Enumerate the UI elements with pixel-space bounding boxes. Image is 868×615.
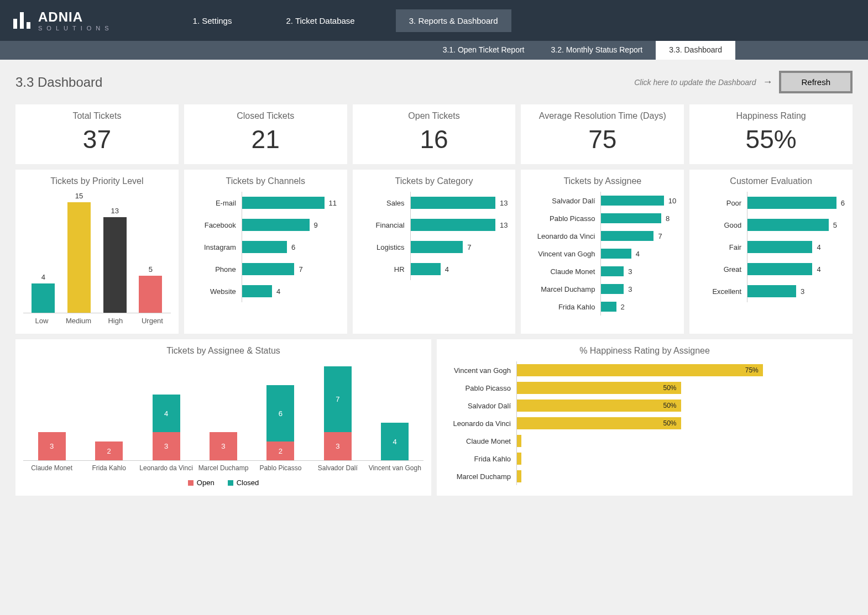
bar-row: Logistics 7 xyxy=(360,236,508,258)
bar-value: 10 xyxy=(668,197,676,205)
bar-row: Frida Kahlo 2 xyxy=(529,298,676,316)
bar-value: 4 xyxy=(817,243,820,251)
bar-label: Poor xyxy=(697,199,747,207)
subnav-monthly-report[interactable]: 3.2. Monthly Status Report xyxy=(538,41,656,60)
chart-title: Tickets by Category xyxy=(360,176,508,186)
bar-value: 4 xyxy=(817,265,820,274)
refresh-hint: Click here to update the Dashboard xyxy=(634,78,756,87)
bar-segment: 3 xyxy=(38,432,66,460)
bar-value: 7 xyxy=(658,232,662,240)
bar-row: Vincent van Gogh 75% xyxy=(445,361,845,379)
card-label: Total Tickets xyxy=(15,111,179,121)
bar-row: Sales 13 xyxy=(360,192,508,214)
nav-tab-settings[interactable]: 1. Settings xyxy=(180,9,245,32)
bar-value: 4 xyxy=(276,287,280,296)
bar-label: Website xyxy=(192,287,242,296)
subnav: 3.1. Open Ticket Report 3.2. Monthly Sta… xyxy=(0,41,868,60)
bar-value: 4 xyxy=(636,250,640,258)
card-value: 55% xyxy=(689,124,853,154)
bar-row: Pablo Picasso 50% xyxy=(445,379,845,397)
chart-channels: Tickets by Channels E-mail 11Facebook 9I… xyxy=(184,170,347,334)
category-label: Pablo Picasso xyxy=(252,464,309,472)
category-label: Leonardo da Vinci xyxy=(138,464,195,472)
bar-label: Salvador Dalí xyxy=(445,402,516,410)
bar-label: Excellent xyxy=(697,287,747,296)
bar-value: 7 xyxy=(299,265,302,274)
stacked-bar: 3 xyxy=(38,432,66,460)
stacked-bar: 3 xyxy=(210,432,237,460)
bar-value: 4 xyxy=(41,273,45,281)
bar-row: Claude Monet xyxy=(445,432,845,450)
bar-label: Claude Monet xyxy=(445,437,516,445)
card-label: Happiness Rating xyxy=(689,111,853,121)
bar-value: 13 xyxy=(500,199,508,207)
summary-card: Open Tickets 16 xyxy=(353,104,516,164)
category-label: Vincent van Gogh xyxy=(367,464,423,472)
subnav-dashboard[interactable]: 3.3. Dashboard xyxy=(656,41,735,60)
refresh-button[interactable]: Refresh xyxy=(779,71,853,93)
chart-title: Tickets by Channels xyxy=(192,176,339,186)
category-label: High xyxy=(97,317,134,325)
bar-value: 9 xyxy=(314,221,318,229)
bar-label: Claude Monet xyxy=(529,267,600,276)
card-value: 37 xyxy=(15,124,179,154)
summary-cards: Total Tickets 37Closed Tickets 21Open Ti… xyxy=(15,104,853,164)
chart-evaluation: Customer Evaluation Poor 6Good 5Fair 4Gr… xyxy=(689,170,853,334)
subnav-open-report[interactable]: 3.1. Open Ticket Report xyxy=(430,41,538,60)
bar: 4 xyxy=(25,273,61,313)
bar-label: Leonardo da Vinci xyxy=(445,419,516,428)
card-label: Open Tickets xyxy=(353,111,516,121)
bar-value: 4 xyxy=(445,265,449,274)
bar-segment: 2 xyxy=(266,441,294,460)
bar-label: Marcel Duchamp xyxy=(445,472,516,481)
bar-value: 13 xyxy=(111,207,119,215)
category-label: Medium xyxy=(60,317,97,325)
bar-row: HR 4 xyxy=(360,258,508,280)
chart-title: Tickets by Priority Level xyxy=(23,176,171,186)
nav-tab-reports[interactable]: 3. Reports & Dashboard xyxy=(396,9,511,32)
category-label: Marcel Duchamp xyxy=(195,464,252,472)
card-label: Closed Tickets xyxy=(184,111,347,121)
bar-label: Vincent van Gogh xyxy=(529,250,600,258)
bar-segment: 6 xyxy=(266,385,294,441)
bar-value: 2 xyxy=(621,303,625,311)
bar-label: E-mail xyxy=(192,199,242,207)
bar-row: Marcel Duchamp xyxy=(445,467,845,485)
bar-value: 11 xyxy=(329,199,337,207)
legend-closed: Closed xyxy=(228,479,259,487)
bar-label: Instagram xyxy=(192,243,242,251)
chart-title: Tickets by Assignee xyxy=(529,176,676,186)
bar-row: E-mail 11 xyxy=(192,192,339,214)
summary-card: Happiness Rating 55% xyxy=(689,104,853,164)
bar-value: 5 xyxy=(833,221,837,229)
stacked-bar: 26 xyxy=(266,385,294,460)
bar-row: Facebook 9 xyxy=(192,214,339,236)
bar-label: Logistics xyxy=(360,243,410,251)
bar-segment: 4 xyxy=(381,423,409,460)
bar-label: Salvador Dalí xyxy=(529,197,600,205)
header: ADNIA SOLUTIONS 1. Settings 2. Ticket Da… xyxy=(0,0,868,41)
bar-value: 15 xyxy=(75,192,83,200)
stacked-bar: 4 xyxy=(381,423,409,460)
bar-row: Marcel Duchamp 3 xyxy=(529,280,676,298)
bar: 15 xyxy=(61,192,97,313)
nav-tab-database[interactable]: 2. Ticket Database xyxy=(273,9,368,32)
category-label: Claude Monet xyxy=(23,464,80,472)
bar-row: Phone 7 xyxy=(192,258,339,280)
chart-title: Tickets by Assignee & Status xyxy=(23,346,423,356)
brand-name: ADNIA xyxy=(38,9,113,25)
bar-row: Good 5 xyxy=(697,214,845,236)
bar-label: Phone xyxy=(192,265,242,274)
chart-happiness-assignee: % Happiness Rating by Assignee Vincent v… xyxy=(437,339,853,496)
legend: Open Closed xyxy=(23,479,423,487)
bar-row: Poor 6 xyxy=(697,192,845,214)
page-title: 3.3 Dashboard xyxy=(15,75,102,90)
chart-priority: Tickets by Priority Level 4 15 13 5 LowM… xyxy=(15,170,179,334)
bar-value: 6 xyxy=(841,199,845,207)
bar-label: HR xyxy=(360,265,410,274)
bar-value: 3 xyxy=(628,285,632,293)
card-value: 16 xyxy=(353,124,516,154)
card-label: Average Resolution Time (Days) xyxy=(521,111,684,121)
bar-segment: 3 xyxy=(153,432,180,460)
bar-row: Instagram 6 xyxy=(192,236,339,258)
